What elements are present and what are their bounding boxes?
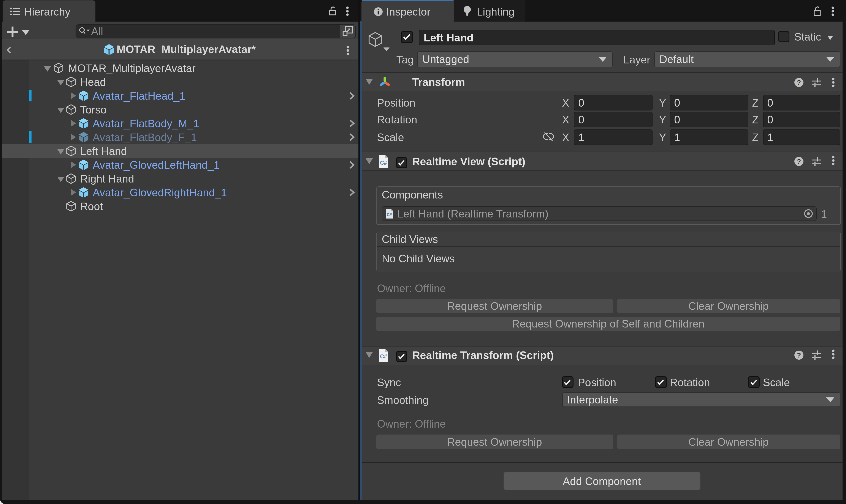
svg-text:?: ?: [797, 79, 801, 86]
svg-text:?: ?: [797, 352, 801, 359]
svg-text:?: ?: [797, 158, 801, 165]
svg-text:C#: C#: [380, 159, 387, 165]
svg-text:C#: C#: [380, 353, 387, 359]
svg-text:C#: C#: [387, 212, 392, 217]
